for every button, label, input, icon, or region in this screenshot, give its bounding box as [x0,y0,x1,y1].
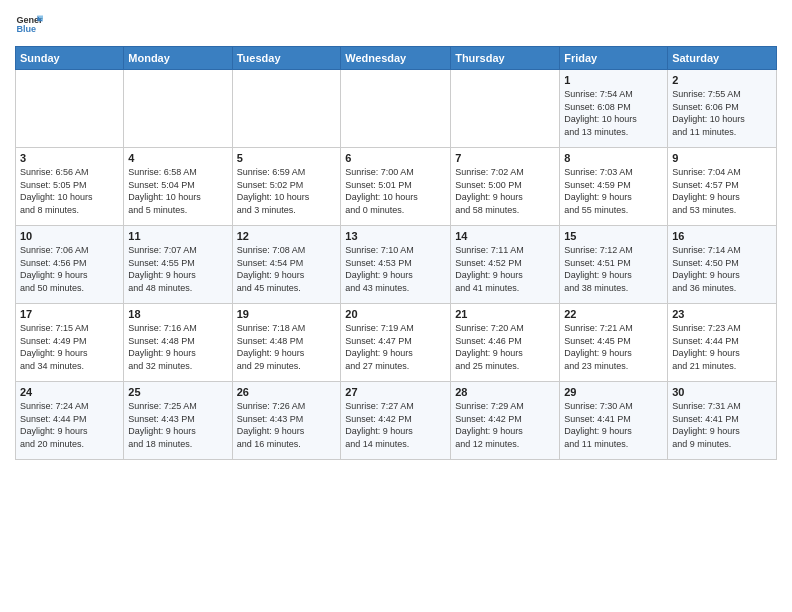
calendar-cell: 21Sunrise: 7:20 AM Sunset: 4:46 PM Dayli… [451,304,560,382]
day-number: 14 [455,230,555,242]
calendar-cell: 5Sunrise: 6:59 AM Sunset: 5:02 PM Daylig… [232,148,341,226]
weekday-header-row: SundayMondayTuesdayWednesdayThursdayFrid… [16,47,777,70]
calendar-cell: 2Sunrise: 7:55 AM Sunset: 6:06 PM Daylig… [668,70,777,148]
day-number: 22 [564,308,663,320]
day-number: 29 [564,386,663,398]
day-number: 19 [237,308,337,320]
svg-text:Blue: Blue [16,24,36,34]
weekday-header-tuesday: Tuesday [232,47,341,70]
day-info: Sunrise: 7:29 AM Sunset: 4:42 PM Dayligh… [455,400,555,450]
calendar-cell: 9Sunrise: 7:04 AM Sunset: 4:57 PM Daylig… [668,148,777,226]
day-info: Sunrise: 7:25 AM Sunset: 4:43 PM Dayligh… [128,400,227,450]
day-number: 10 [20,230,119,242]
day-info: Sunrise: 7:18 AM Sunset: 4:48 PM Dayligh… [237,322,337,372]
day-number: 12 [237,230,337,242]
calendar-cell: 3Sunrise: 6:56 AM Sunset: 5:05 PM Daylig… [16,148,124,226]
calendar-cell: 27Sunrise: 7:27 AM Sunset: 4:42 PM Dayli… [341,382,451,460]
calendar-cell: 23Sunrise: 7:23 AM Sunset: 4:44 PM Dayli… [668,304,777,382]
day-info: Sunrise: 7:12 AM Sunset: 4:51 PM Dayligh… [564,244,663,294]
calendar-cell [232,70,341,148]
day-info: Sunrise: 6:58 AM Sunset: 5:04 PM Dayligh… [128,166,227,216]
calendar-week-row: 17Sunrise: 7:15 AM Sunset: 4:49 PM Dayli… [16,304,777,382]
weekday-header-monday: Monday [124,47,232,70]
day-info: Sunrise: 7:11 AM Sunset: 4:52 PM Dayligh… [455,244,555,294]
calendar-week-row: 24Sunrise: 7:24 AM Sunset: 4:44 PM Dayli… [16,382,777,460]
day-info: Sunrise: 7:21 AM Sunset: 4:45 PM Dayligh… [564,322,663,372]
calendar-cell: 15Sunrise: 7:12 AM Sunset: 4:51 PM Dayli… [560,226,668,304]
day-number: 13 [345,230,446,242]
calendar-table: SundayMondayTuesdayWednesdayThursdayFrid… [15,46,777,460]
day-info: Sunrise: 7:08 AM Sunset: 4:54 PM Dayligh… [237,244,337,294]
calendar-cell: 17Sunrise: 7:15 AM Sunset: 4:49 PM Dayli… [16,304,124,382]
day-number: 27 [345,386,446,398]
day-info: Sunrise: 7:03 AM Sunset: 4:59 PM Dayligh… [564,166,663,216]
day-info: Sunrise: 7:16 AM Sunset: 4:48 PM Dayligh… [128,322,227,372]
calendar-cell: 20Sunrise: 7:19 AM Sunset: 4:47 PM Dayli… [341,304,451,382]
day-number: 4 [128,152,227,164]
day-number: 5 [237,152,337,164]
calendar-cell: 26Sunrise: 7:26 AM Sunset: 4:43 PM Dayli… [232,382,341,460]
day-number: 15 [564,230,663,242]
calendar-cell: 8Sunrise: 7:03 AM Sunset: 4:59 PM Daylig… [560,148,668,226]
day-number: 26 [237,386,337,398]
calendar-cell: 30Sunrise: 7:31 AM Sunset: 4:41 PM Dayli… [668,382,777,460]
weekday-header-thursday: Thursday [451,47,560,70]
weekday-header-saturday: Saturday [668,47,777,70]
day-number: 20 [345,308,446,320]
calendar-cell: 1Sunrise: 7:54 AM Sunset: 6:08 PM Daylig… [560,70,668,148]
day-number: 9 [672,152,772,164]
calendar-cell: 12Sunrise: 7:08 AM Sunset: 4:54 PM Dayli… [232,226,341,304]
day-info: Sunrise: 6:56 AM Sunset: 5:05 PM Dayligh… [20,166,119,216]
day-number: 1 [564,74,663,86]
day-info: Sunrise: 7:06 AM Sunset: 4:56 PM Dayligh… [20,244,119,294]
logo-icon: General Blue [15,10,43,38]
calendar-cell: 7Sunrise: 7:02 AM Sunset: 5:00 PM Daylig… [451,148,560,226]
calendar-cell: 4Sunrise: 6:58 AM Sunset: 5:04 PM Daylig… [124,148,232,226]
day-number: 16 [672,230,772,242]
day-info: Sunrise: 7:20 AM Sunset: 4:46 PM Dayligh… [455,322,555,372]
day-number: 18 [128,308,227,320]
day-number: 2 [672,74,772,86]
calendar-cell [451,70,560,148]
day-info: Sunrise: 7:15 AM Sunset: 4:49 PM Dayligh… [20,322,119,372]
day-info: Sunrise: 7:19 AM Sunset: 4:47 PM Dayligh… [345,322,446,372]
weekday-header-wednesday: Wednesday [341,47,451,70]
day-info: Sunrise: 7:26 AM Sunset: 4:43 PM Dayligh… [237,400,337,450]
day-info: Sunrise: 7:31 AM Sunset: 4:41 PM Dayligh… [672,400,772,450]
day-number: 6 [345,152,446,164]
day-number: 7 [455,152,555,164]
calendar-cell: 24Sunrise: 7:24 AM Sunset: 4:44 PM Dayli… [16,382,124,460]
calendar-cell: 29Sunrise: 7:30 AM Sunset: 4:41 PM Dayli… [560,382,668,460]
day-info: Sunrise: 7:30 AM Sunset: 4:41 PM Dayligh… [564,400,663,450]
calendar-week-row: 1Sunrise: 7:54 AM Sunset: 6:08 PM Daylig… [16,70,777,148]
day-info: Sunrise: 7:23 AM Sunset: 4:44 PM Dayligh… [672,322,772,372]
day-info: Sunrise: 7:55 AM Sunset: 6:06 PM Dayligh… [672,88,772,138]
weekday-header-sunday: Sunday [16,47,124,70]
calendar-cell: 16Sunrise: 7:14 AM Sunset: 4:50 PM Dayli… [668,226,777,304]
day-number: 21 [455,308,555,320]
day-number: 30 [672,386,772,398]
calendar-cell: 25Sunrise: 7:25 AM Sunset: 4:43 PM Dayli… [124,382,232,460]
calendar-cell [16,70,124,148]
day-info: Sunrise: 7:14 AM Sunset: 4:50 PM Dayligh… [672,244,772,294]
calendar-cell: 22Sunrise: 7:21 AM Sunset: 4:45 PM Dayli… [560,304,668,382]
day-info: Sunrise: 7:27 AM Sunset: 4:42 PM Dayligh… [345,400,446,450]
day-number: 25 [128,386,227,398]
day-number: 28 [455,386,555,398]
weekday-header-friday: Friday [560,47,668,70]
calendar-cell: 6Sunrise: 7:00 AM Sunset: 5:01 PM Daylig… [341,148,451,226]
day-number: 23 [672,308,772,320]
day-info: Sunrise: 7:02 AM Sunset: 5:00 PM Dayligh… [455,166,555,216]
day-number: 3 [20,152,119,164]
calendar-cell: 11Sunrise: 7:07 AM Sunset: 4:55 PM Dayli… [124,226,232,304]
day-number: 17 [20,308,119,320]
calendar-cell: 19Sunrise: 7:18 AM Sunset: 4:48 PM Dayli… [232,304,341,382]
logo: General Blue [15,10,43,38]
calendar-cell [124,70,232,148]
page-container: General Blue SundayMondayTuesdayWednesda… [0,0,792,465]
calendar-week-row: 10Sunrise: 7:06 AM Sunset: 4:56 PM Dayli… [16,226,777,304]
calendar-cell: 13Sunrise: 7:10 AM Sunset: 4:53 PM Dayli… [341,226,451,304]
day-number: 11 [128,230,227,242]
day-number: 24 [20,386,119,398]
day-info: Sunrise: 7:24 AM Sunset: 4:44 PM Dayligh… [20,400,119,450]
